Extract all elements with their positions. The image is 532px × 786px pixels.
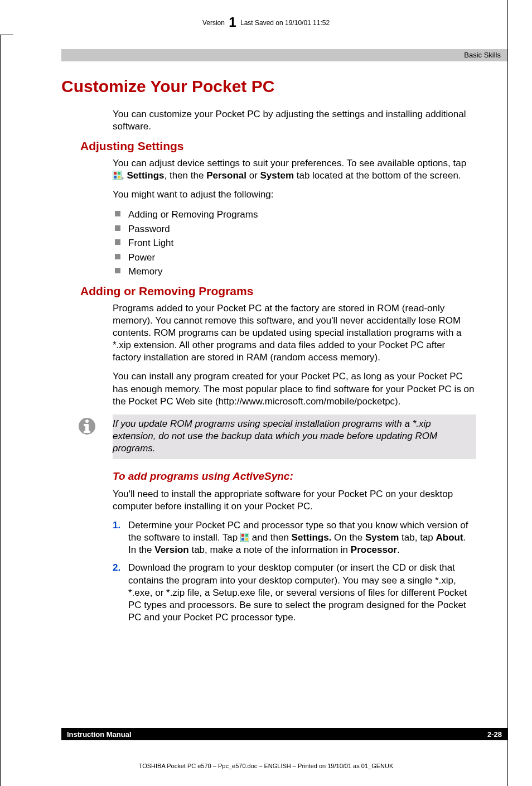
- bold-processor: Processor: [351, 544, 397, 555]
- adjust-list: Adding or Removing Programs Password Fro…: [113, 208, 476, 279]
- heading-activesync: To add programs using ActiveSync:: [113, 470, 476, 483]
- bold-version: Version: [154, 544, 188, 555]
- step-item: 1. Determine your Pocket PC and processo…: [113, 519, 476, 556]
- bold-system: System: [260, 170, 294, 181]
- svg-rect-2: [118, 172, 120, 175]
- adding-p1: Programs added to your Pocket PC at the …: [113, 302, 476, 364]
- svg-rect-11: [241, 534, 244, 537]
- text-fragment: tab, make a note of the information in: [189, 544, 351, 555]
- start-flag-icon: [240, 533, 249, 542]
- step-number: 1.: [113, 519, 120, 532]
- breadcrumb: Basic Skills: [464, 51, 501, 59]
- svg-rect-4: [118, 176, 120, 179]
- text-fragment: .: [397, 544, 400, 555]
- bold-settings: Settings: [127, 170, 164, 181]
- bold-personal: Personal: [206, 170, 246, 181]
- version-header: Version 1 Last Saved on 19/10/01 11:52: [0, 15, 532, 30]
- crop-mark-left: [0, 35, 1, 786]
- svg-rect-12: [245, 534, 248, 537]
- text-fragment: , then the: [165, 170, 207, 181]
- crop-mark-right: [507, 0, 508, 786]
- page-title: Customize Your Pocket PC: [61, 77, 476, 96]
- text-fragment: or: [246, 170, 260, 181]
- heading-adding-removing: Adding or Removing Programs: [80, 284, 476, 298]
- text-fragment: On the: [331, 532, 365, 543]
- info-icon: [61, 414, 113, 459]
- footer-band: Instruction Manual 2-28: [61, 728, 507, 740]
- footer-left: Instruction Manual: [67, 730, 132, 739]
- steps-list: 1. Determine your Pocket PC and processo…: [113, 519, 476, 624]
- adjusting-p2: You might want to adjust the following:: [113, 189, 476, 201]
- section-header-band: Basic Skills: [61, 49, 507, 61]
- heading-adjusting-settings: Adjusting Settings: [80, 139, 476, 153]
- text-fragment: You can adjust device settings to suit y…: [113, 158, 466, 168]
- bold-settings: Settings.: [292, 532, 332, 543]
- adjusting-p1: You can adjust device settings to suit y…: [113, 157, 476, 182]
- list-item: Front Light: [113, 236, 476, 250]
- svg-point-6: [85, 419, 89, 423]
- text-fragment: and then: [249, 532, 292, 543]
- intro-paragraph: You can customize your Pocket PC by adju…: [113, 108, 476, 133]
- activesync-intro: You'll need to install the appropriate s…: [113, 488, 476, 513]
- version-number: 1: [226, 15, 238, 30]
- text-fragment: tab located at the bottom of the screen.: [294, 170, 461, 181]
- list-item: Password: [113, 222, 476, 237]
- svg-rect-3: [114, 176, 117, 179]
- note-text: If you update ROM programs using special…: [113, 414, 476, 459]
- text-fragment: Download the program to your desktop com…: [128, 562, 467, 622]
- step-number: 2.: [113, 562, 120, 574]
- svg-rect-13: [241, 538, 244, 541]
- list-item: Adding or Removing Programs: [113, 208, 476, 222]
- svg-rect-1: [114, 172, 117, 175]
- svg-rect-9: [84, 431, 90, 433]
- bold-system: System: [365, 532, 399, 543]
- bold-about: About: [436, 532, 463, 543]
- last-saved: Last Saved on 19/10/01 11:52: [240, 19, 330, 27]
- version-label: Version: [202, 19, 225, 27]
- step-item: 2. Download the program to your desktop …: [113, 562, 476, 623]
- crop-mark-top-left: [0, 35, 13, 35]
- list-item: Memory: [113, 264, 476, 279]
- svg-rect-14: [245, 538, 248, 541]
- start-flag-icon: [113, 171, 122, 180]
- adding-p2: You can install any program created for …: [113, 370, 476, 407]
- footer-page-number: 2-28: [487, 730, 502, 739]
- print-info: TOSHIBA Pocket PC e570 – Ppc_e570.doc – …: [0, 763, 532, 769]
- list-item: Power: [113, 250, 476, 265]
- note-box: If you update ROM programs using special…: [61, 414, 476, 459]
- text-fragment: tab, tap: [399, 532, 436, 543]
- svg-rect-8: [84, 424, 89, 426]
